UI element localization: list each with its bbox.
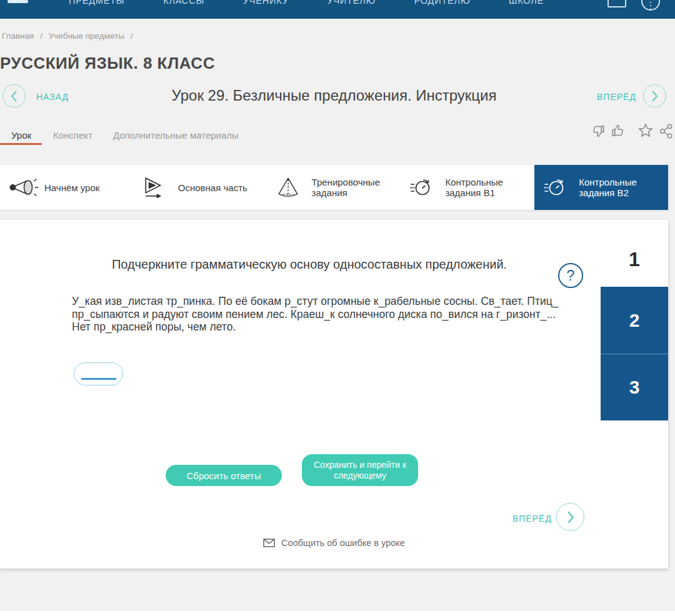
- envelope-icon: [263, 539, 275, 547]
- underline-stroke-icon: [81, 378, 116, 380]
- chevron-right-icon: [651, 90, 659, 102]
- menu-item-school[interactable]: ШКОЛЕ: [509, 0, 544, 6]
- question-nav-1[interactable]: 1: [601, 232, 668, 287]
- forward-bottom-arrow-button[interactable]: [556, 503, 584, 531]
- thumbs-up-icon[interactable]: [611, 123, 626, 139]
- menu-item-subjects[interactable]: ПРЕДМЕТЫ: [69, 0, 124, 6]
- pyramid-icon: [277, 176, 307, 199]
- breadcrumb: Главная / Учебные предметы /: [2, 31, 136, 41]
- section-tab-label: Контрольные задания В1: [445, 177, 519, 198]
- menu-item-parent[interactable]: РОДИТЕЛЮ: [414, 0, 471, 6]
- section-tab-start[interactable]: Начнём урок: [0, 165, 134, 210]
- menu-item-teacher[interactable]: УЧИТЕЛЮ: [327, 0, 376, 6]
- tab-lesson[interactable]: Урок: [11, 130, 31, 141]
- mail-icon[interactable]: [608, 0, 626, 7]
- active-tab-underline: [0, 143, 42, 145]
- report-error-label: Сообщить об ошибке в уроке: [281, 538, 405, 548]
- thumbs-down-icon[interactable]: [590, 123, 606, 139]
- menu-item-classes[interactable]: КЛАССЫ: [163, 0, 204, 6]
- breadcrumb-separator: /: [131, 31, 133, 41]
- tab-extra-materials[interactable]: Дополнительные материалы: [113, 130, 239, 141]
- breadcrumb-separator: /: [40, 31, 42, 41]
- report-error-link[interactable]: Сообщить об ошибке в уроке: [0, 538, 668, 548]
- section-tab-label: Основная часть: [178, 182, 252, 193]
- bottom-strip: [0, 611, 675, 616]
- section-tab-label: Тренировочные задания: [312, 177, 386, 198]
- exercise-passage[interactable]: У_кая изв_листая тр_пинка. По её бокам р…: [72, 295, 571, 334]
- breadcrumb-subjects[interactable]: Учебные предметы: [49, 31, 124, 41]
- task-instruction: Подчеркните грамматическую основу односо…: [78, 257, 541, 272]
- page: ПРЕДМЕТЫ КЛАССЫ УЧЕНИКУ УЧИТЕЛЮ РОДИТЕЛЮ…: [0, 0, 675, 616]
- section-tab-label: Начнём урок: [44, 182, 118, 193]
- section-tab-training[interactable]: Тренировочные задания: [268, 165, 401, 210]
- page-title: РУССКИЙ ЯЗЫК. 8 КЛАСС: [0, 54, 215, 73]
- help-icon[interactable]: ⋮: [641, 0, 660, 11]
- play-icon: [143, 177, 173, 198]
- section-tab-label: Контрольные задания В2: [579, 177, 652, 198]
- share-icon[interactable]: [659, 123, 674, 139]
- question-nav-2[interactable]: 2: [601, 287, 668, 354]
- lesson-title: Урок 29. Безличные предложения. Инструкц…: [0, 87, 668, 104]
- question-help-icon[interactable]: ?: [558, 263, 583, 288]
- forward-bottom-label[interactable]: ВПЕРЁД: [512, 514, 552, 524]
- reset-answers-button[interactable]: Сбросить ответы: [166, 465, 282, 486]
- section-tab-main[interactable]: Основная часть: [134, 165, 268, 210]
- section-tab-control-b2[interactable]: Контрольные задания В2: [534, 165, 668, 210]
- menu-item-student[interactable]: УЧЕНИКУ: [243, 0, 289, 6]
- stopwatch-icon: [544, 176, 574, 199]
- hamburger-menu-icon[interactable]: [8, 0, 28, 3]
- chevron-right-icon: [566, 510, 575, 524]
- save-and-next-button[interactable]: Сохранить и перейти к следующему: [302, 454, 418, 486]
- main-menu: ПРЕДМЕТЫ КЛАССЫ УЧЕНИКУ УЧИТЕЛЮ РОДИТЕЛЮ…: [69, 0, 544, 6]
- stopwatch-icon: [410, 176, 440, 199]
- section-tab-control-b1[interactable]: Контрольные задания В1: [401, 165, 534, 210]
- lesson-sections-bar: Начнём урок Основная часть: [0, 165, 668, 210]
- megaphone-icon: [9, 176, 39, 199]
- forward-button-label[interactable]: ВПЕРЁД: [597, 92, 636, 102]
- breadcrumb-home[interactable]: Главная: [2, 31, 34, 41]
- star-icon[interactable]: [638, 122, 654, 139]
- exercise-card: 1 2 3 Подчеркните грамматическую основу …: [0, 220, 668, 569]
- forward-arrow-button[interactable]: [643, 84, 666, 107]
- top-navbar: ПРЕДМЕТЫ КЛАССЫ УЧЕНИКУ УЧИТЕЛЮ РОДИТЕЛЮ…: [0, 0, 675, 19]
- tab-notes[interactable]: Конспект: [53, 130, 92, 141]
- question-nav-3[interactable]: 3: [601, 354, 668, 420]
- underline-tool-button[interactable]: [74, 362, 123, 385]
